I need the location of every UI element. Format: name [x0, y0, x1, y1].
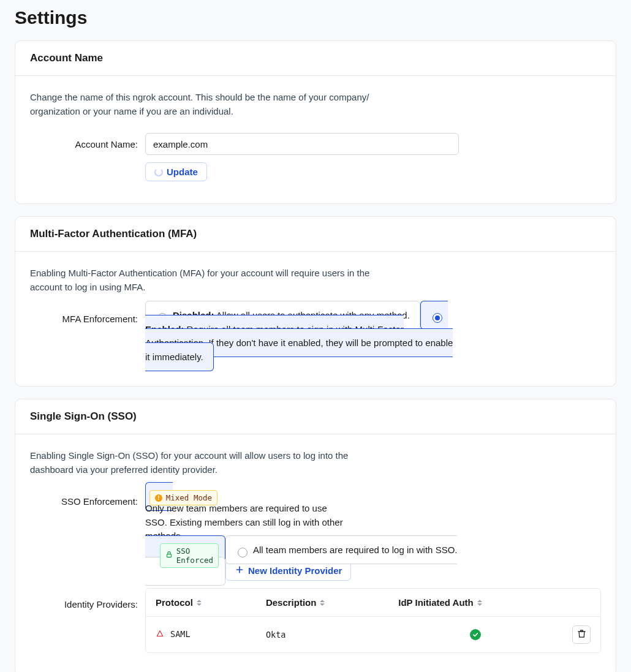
check-icon: [470, 629, 481, 640]
warning-icon: !: [155, 494, 162, 502]
spinner-icon: [154, 168, 163, 176]
identity-providers-table: Protocol Description: [145, 588, 601, 653]
mfa-radio-enabled[interactable]: [433, 313, 442, 323]
identity-providers-label: Identity Providers:: [30, 588, 145, 610]
sort-icon: [197, 600, 202, 606]
sso-title: Single Sign-On (SSO): [30, 410, 601, 423]
account-name-card-header: Account Name: [15, 41, 616, 76]
col-idp-auth[interactable]: IdP Initiated Auth: [388, 589, 562, 617]
update-button[interactable]: Update: [145, 162, 207, 181]
svg-rect-0: [167, 554, 171, 557]
mixed-mode-badge-label: Mixed Mode: [166, 493, 212, 502]
trash-icon: [577, 629, 586, 640]
col-description[interactable]: Description: [256, 589, 388, 617]
table-row: SAML Okta: [146, 617, 600, 653]
col-protocol[interactable]: Protocol: [146, 589, 256, 617]
mfa-option-enabled-text: Require all team members to sign in with…: [145, 324, 453, 362]
sso-card: Single Sign-On (SSO) Enabling Single Sig…: [15, 399, 616, 672]
mfa-option-enabled-bold: Enabled:: [145, 324, 184, 334]
account-name-title: Account Name: [30, 52, 601, 64]
sso-enforced-badge: SSO Enforced: [160, 543, 219, 568]
mixed-mode-badge: ! Mixed Mode: [149, 490, 217, 505]
sso-card-header: Single Sign-On (SSO): [15, 399, 616, 434]
sso-option-enforced-text: All team members are required to log in …: [253, 545, 457, 555]
sso-enforcement-label: SSO Enforcement:: [30, 491, 145, 507]
account-name-card: Account Name Change the name of this ngr…: [15, 40, 616, 204]
page-title: Settings: [15, 7, 616, 28]
sso-radio-enforced[interactable]: [238, 548, 247, 557]
saml-icon: [156, 630, 164, 638]
sso-enforced-badge-label: SSO Enforced: [176, 546, 213, 565]
plus-icon: [235, 565, 244, 576]
mfa-title: Multi-Factor Authentication (MFA): [30, 228, 601, 240]
delete-button[interactable]: [572, 625, 591, 644]
description-value: Okta: [256, 617, 388, 653]
mfa-card-header: Multi-Factor Authentication (MFA): [15, 217, 616, 252]
update-button-label: Update: [167, 167, 198, 177]
sso-description: Enabling Single Sign-On (SSO) for your a…: [30, 449, 373, 477]
account-name-description: Change the name of this ngrok account. T…: [30, 91, 373, 118]
mfa-description: Enabling Multi-Factor Authentication (MF…: [30, 266, 373, 294]
lock-icon: [165, 551, 173, 560]
new-identity-provider-label: New Identity Provider: [248, 565, 342, 576]
account-name-input[interactable]: [145, 133, 459, 155]
mfa-card: Multi-Factor Authentication (MFA) Enabli…: [15, 216, 616, 387]
mfa-enforcement-label: MFA Enforcement:: [30, 309, 145, 324]
sort-icon: [477, 600, 482, 606]
account-name-label: Account Name:: [30, 139, 145, 149]
sort-icon: [320, 600, 325, 606]
protocol-value: SAML: [170, 629, 191, 639]
